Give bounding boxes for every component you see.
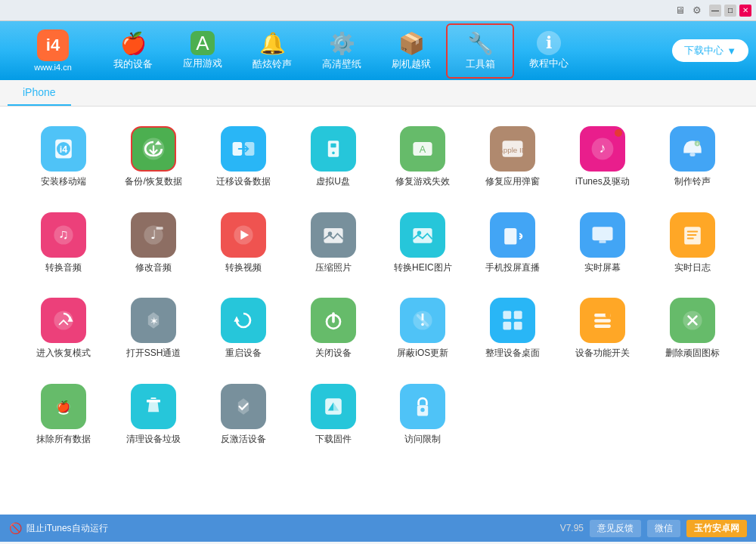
tool-item-block-ios-update[interactable]: 屏蔽iOS更新	[382, 293, 464, 364]
tool-label-block-ios-update: 屏蔽iOS更新	[397, 348, 448, 360]
svg-text:A: A	[420, 144, 426, 155]
block-itunes-icon: 🚫	[9, 522, 22, 534]
nav-items: 🍎 我的设备 A 应用游戏 🔔 酷炫铃声 ⚙️ 高清壁纸 📦 刷机越狱 🔧 工具…	[98, 23, 672, 79]
svg-rect-47	[514, 311, 522, 320]
brand-label: 玉竹安卓网	[686, 520, 747, 537]
tool-item-device-functions[interactable]: 设备功能开关	[562, 293, 644, 364]
logo-url: www.i4.cn	[34, 63, 72, 72]
tool-label-screen-cast: 手机投屏直播	[485, 262, 540, 274]
tool-item-delete-stubborn[interactable]: 删除顽固图标	[651, 293, 733, 364]
tool-item-fix-game[interactable]: A修复游戏失效	[382, 122, 464, 193]
nav-toolbox[interactable]: 🔧 工具箱	[446, 23, 514, 79]
logo-text: i4	[46, 36, 60, 55]
tool-item-reboot[interactable]: 重启设备	[203, 293, 285, 364]
svg-text:♪: ♪	[599, 141, 606, 156]
nav-toolbox-label: 工具箱	[466, 57, 495, 71]
svg-text:Apple ID: Apple ID	[499, 146, 526, 154]
tool-item-shutdown[interactable]: 关闭设备	[292, 293, 374, 364]
tool-item-convert-video[interactable]: 转换视频	[203, 208, 285, 279]
main-content: i4安装移动端备份/恢复数据迁移设备数据虚拟U盘A修复游戏失效Apple ID修…	[0, 107, 756, 515]
tool-label-compress-photo: 压缩照片	[315, 262, 352, 274]
tool-icon-backup-restore	[131, 126, 176, 172]
my-device-icon: 🍎	[120, 31, 147, 56]
tool-icon-clean-junk	[131, 384, 176, 429]
svg-rect-7	[330, 144, 336, 147]
tool-icon-convert-heic	[400, 212, 445, 258]
feedback-button[interactable]: 意见反馈	[590, 520, 641, 537]
tool-item-convert-heic[interactable]: 转换HEIC图片	[382, 208, 464, 279]
download-arrow-icon: ▼	[727, 45, 736, 57]
download-center-button[interactable]: 下载中心 ▼	[672, 39, 748, 62]
tool-item-migrate-data[interactable]: 迁移设备数据	[203, 122, 285, 193]
tool-item-install-mobile[interactable]: i4安装移动端	[23, 122, 105, 193]
nav-tutorials[interactable]: ℹ 教程中心	[514, 25, 584, 76]
tool-grid: i4安装移动端备份/恢复数据迁移设备数据虚拟U盘A修复游戏失效Apple ID修…	[23, 122, 733, 450]
nav-ringtones[interactable]: 🔔 酷炫铃声	[237, 25, 307, 77]
svg-rect-15	[689, 153, 695, 156]
svg-rect-42	[332, 312, 335, 323]
tool-icon-install-mobile: i4	[41, 126, 86, 172]
tutorials-icon: ℹ	[537, 31, 561, 55]
tool-item-open-ssh[interactable]: ✶打开SSH通道	[113, 293, 195, 364]
tool-icon-virtual-udisk	[311, 126, 356, 172]
tool-item-wipe-data[interactable]: 🍎抹除所有数据	[23, 379, 105, 450]
status-left: 🚫 阻止iTunes自动运行	[9, 522, 108, 535]
tool-item-itunes-driver[interactable]: ♪iTunes及驱动	[562, 122, 644, 193]
svg-text:i4: i4	[60, 144, 68, 155]
tool-item-make-ringtone[interactable]: +制作铃声	[651, 122, 733, 193]
svg-rect-30	[592, 227, 612, 240]
svg-text:🍎: 🍎	[57, 399, 70, 413]
svg-text:♩: ♩	[150, 227, 156, 241]
tool-item-screen-cast[interactable]: 手机投屏直播	[472, 208, 554, 279]
nav-apps-games[interactable]: A 应用游戏	[168, 25, 237, 76]
tool-icon-reboot	[221, 298, 266, 343]
tool-label-organize-desktop: 整理设备桌面	[485, 348, 540, 360]
svg-text:♫: ♫	[59, 227, 70, 242]
tool-item-fix-popup[interactable]: Apple ID修复应用弹窗	[472, 122, 554, 193]
tool-item-real-log[interactable]: 实时日志	[651, 208, 733, 279]
tool-icon-deactivate	[221, 384, 266, 429]
svg-rect-32	[684, 227, 701, 244]
tool-icon-shutdown	[311, 298, 356, 343]
tool-item-deactivate[interactable]: 反激活设备	[203, 379, 285, 450]
tool-item-organize-desktop[interactable]: 整理设备桌面	[472, 293, 554, 364]
nav-jailbreak[interactable]: 📦 刷机越狱	[376, 25, 446, 77]
device-tab-bar: iPhone	[0, 80, 756, 107]
tool-item-clean-junk[interactable]: 清理设备垃圾	[113, 379, 195, 450]
tool-item-access-limit[interactable]: 访问限制	[382, 379, 464, 450]
tool-item-download-firmware[interactable]: 下载固件	[292, 379, 374, 450]
tool-item-convert-audio[interactable]: ♫转换音频	[23, 208, 105, 279]
svg-point-44	[422, 323, 425, 326]
tool-item-compress-photo[interactable]: 压缩照片	[292, 208, 374, 279]
tool-icon-fix-popup: Apple ID	[490, 126, 535, 172]
apps-games-icon: A	[191, 31, 215, 55]
tool-icon-compress-photo	[311, 212, 356, 258]
svg-rect-56	[147, 400, 160, 403]
svg-rect-46	[503, 311, 512, 320]
tool-item-edit-audio[interactable]: ♩修改音频	[113, 208, 195, 279]
tool-icon-fix-game: A	[400, 126, 445, 172]
tool-label-wipe-data: 抹除所有数据	[36, 434, 91, 446]
status-left-text: 阻止iTunes自动运行	[26, 522, 108, 535]
tool-label-convert-video: 转换视频	[225, 262, 262, 274]
tool-item-virtual-udisk[interactable]: 虚拟U盘	[292, 122, 374, 193]
minimize-button[interactable]: —	[709, 5, 721, 17]
tool-label-delete-stubborn: 删除顽固图标	[665, 348, 720, 360]
svg-rect-49	[514, 322, 522, 330]
download-btn-label: 下载中心	[684, 44, 723, 57]
tool-item-real-screen[interactable]: 实时屏幕	[562, 208, 644, 279]
nav-wallpaper[interactable]: ⚙️ 高清壁纸	[307, 25, 376, 77]
wechat-button[interactable]: 微信	[647, 520, 680, 537]
device-tab-iphone[interactable]: iPhone	[8, 80, 71, 106]
tool-label-recovery-mode: 进入恢复模式	[36, 348, 91, 360]
tool-label-clean-junk: 清理设备垃圾	[126, 434, 181, 446]
tool-item-backup-restore[interactable]: 备份/恢复数据	[113, 122, 195, 193]
tool-item-recovery-mode[interactable]: 进入恢复模式	[23, 293, 105, 364]
titlebar: 🖥 ⚙ — □ ✕	[0, 0, 756, 21]
tool-label-real-log: 实时日志	[674, 262, 711, 274]
close-button[interactable]: ✕	[739, 5, 751, 17]
nav-my-device[interactable]: 🍎 我的设备	[98, 25, 168, 77]
tool-icon-recovery-mode	[41, 298, 86, 343]
svg-rect-34	[686, 234, 696, 236]
maximize-button[interactable]: □	[724, 5, 736, 17]
